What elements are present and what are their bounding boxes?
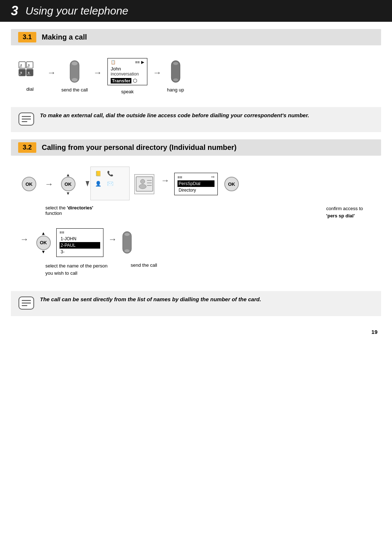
page-header: 3 Using your telephone: [0, 0, 392, 22]
handset-hangup-icon: [170, 60, 181, 83]
svg-text:jkl: jkl: [19, 73, 21, 75]
ok-btn-1[interactable]: OK: [18, 173, 40, 195]
person-list-display: ≡≡ 1-JOHN 2-PAUL 3-: [56, 228, 103, 257]
dir-icon-blank2: [117, 179, 127, 188]
confirm-access-label: confirm access to 'pers sp dial': [102, 205, 374, 219]
svg-text:def: def: [27, 66, 30, 68]
svg-point-24: [140, 179, 145, 184]
ok-btn-2[interactable]: ▲ OK ▼: [58, 172, 78, 196]
dir-display-icon: ≡≡: [177, 175, 182, 179]
ok4-down-arrow: ▼: [41, 249, 46, 254]
chapter-number: 3: [11, 3, 18, 19]
svg-point-25: [139, 184, 146, 189]
step-hang-up: hang up: [167, 60, 184, 93]
dir-icons-grid: 📒 📞 👤 ✉️: [90, 167, 130, 200]
section-31-number: 3.1: [18, 32, 36, 42]
step-send-call-32: [122, 231, 132, 254]
john-row: 1-JOHN: [60, 236, 100, 242]
dir-icon-envelope: ✉️: [105, 179, 115, 188]
select-person-label2: you wish to call: [45, 270, 77, 276]
ok-down-arrow: ▼: [66, 191, 70, 196]
svg-marker-22: [86, 181, 89, 187]
keypad-icon: 2 abc 3 def 5 jkl 6 mno: [18, 61, 42, 83]
step-dial: 2 abc 3 def 5 jkl 6 mno dial: [18, 61, 42, 92]
note-31: To make an external call, dial the outsi…: [11, 107, 381, 132]
pers-sp-dial-display: ≡≡ ⇨ PersSpDial Directory: [174, 173, 218, 195]
dir-icon-person: 👤: [93, 179, 103, 188]
arrow-r2-2: →: [108, 234, 117, 252]
three-row: 3-: [60, 249, 100, 255]
ok-btn-3[interactable]: OK: [221, 173, 242, 195]
section-32-title: Calling from your personal directory (In…: [42, 143, 237, 152]
confirm-line2: 'pers sp dial': [326, 212, 355, 220]
svg-point-17: [173, 78, 178, 81]
svg-point-16: [173, 62, 178, 65]
chapter-title: Using your telephone: [25, 5, 128, 17]
pers-sp-dial-row: PersSpDial: [177, 180, 215, 187]
section-31-header: 3.1 Making a call: [11, 29, 381, 45]
select-person-label1: select the name of the person: [45, 263, 107, 269]
section-31-title: Making a call: [42, 33, 87, 41]
section-32-number: 3.2: [18, 142, 36, 153]
note-icon-32: [18, 296, 34, 312]
svg-rect-23: [136, 177, 153, 191]
send-call-32-label: send the call: [123, 262, 374, 277]
send-call-32-text: send the call: [131, 262, 157, 268]
arrow-1: →: [47, 68, 56, 85]
arrow-r1-2: →: [161, 175, 170, 193]
svg-point-13: [72, 62, 78, 65]
list-icon: ≡≡: [60, 230, 64, 234]
ok-button-3[interactable]: OK: [224, 177, 239, 191]
display-small-icon: 📋: [111, 60, 116, 65]
svg-point-31: [124, 249, 130, 252]
note-31-text: To make an external call, dial the outsi…: [40, 111, 309, 120]
dropdown-indicator: [86, 177, 89, 188]
display-action: Transfer: [111, 78, 131, 83]
arrow-2: →: [93, 68, 102, 85]
directory-row: Directory: [177, 187, 215, 193]
page-number: 19: [0, 322, 392, 342]
dial-label: dial: [26, 86, 33, 92]
dir-icon-phone: 📞: [105, 169, 115, 178]
handset-send-32-icon: [122, 231, 132, 254]
dir-icon-book: 📒: [93, 169, 103, 178]
speak-label: speak: [121, 89, 134, 94]
step-speak: 📋 ≡≡ ▶ John inconversation Transfer ⬡ sp…: [107, 58, 147, 94]
select-directories-label: select the 'directories' function: [18, 205, 98, 219]
handset-send-icon: [68, 60, 81, 83]
section-32-row2: → ▲ OK ▼ ≡≡ 1-JOHN 2-PAUL 3- →: [11, 225, 381, 261]
note-icon-31: [18, 112, 34, 128]
section-32-row1: OK → ▲ OK ▼ 📒 📞 👤 ✉️: [11, 163, 381, 205]
send-call-label: send the call: [61, 87, 88, 93]
paul-row: 2-PAUL: [60, 242, 100, 249]
dir-display-arrow: ⇨: [211, 175, 215, 179]
ok-button-2[interactable]: OK: [61, 177, 75, 191]
arrow-3: →: [153, 68, 162, 85]
contact-card-icon: [134, 174, 154, 194]
note-32-text: The call can be sent directly from the l…: [40, 295, 261, 304]
dir-icon-blank: [117, 169, 127, 178]
display-name: John: [111, 66, 144, 71]
svg-point-14: [72, 78, 78, 82]
arrow-r2-1: →: [20, 234, 29, 252]
making-a-call-flow: 2 abc 3 def 5 jkl 6 mno dial →: [11, 53, 381, 100]
section-32-header: 3.2 Calling from your personal directory…: [11, 139, 381, 156]
ok-button-4[interactable]: OK: [36, 236, 51, 250]
step-send-call: send the call: [61, 60, 88, 93]
svg-text:abc: abc: [19, 66, 23, 68]
select-person-label: select the name of the person you wish t…: [18, 262, 120, 277]
section-32-row2-labels: select the name of the person you wish t…: [11, 261, 381, 278]
section-32-row1-labels: select the 'directories' function confir…: [11, 205, 381, 219]
ok-button-1[interactable]: OK: [22, 177, 36, 191]
note-32: The call can be sent directly from the l…: [11, 291, 381, 316]
section-31-content: 2 abc 3 def 5 jkl 6 mno dial →: [11, 49, 381, 103]
arrow-r1-1: →: [45, 179, 53, 189]
confirm-line1: confirm access to: [326, 205, 363, 212]
display-status: inconversation: [111, 71, 144, 77]
svg-text:mno: mno: [27, 73, 30, 75]
ok-btn-4[interactable]: ▲ OK ▼: [33, 231, 53, 254]
svg-point-30: [124, 233, 130, 236]
speak-display: 📋 ≡≡ ▶ John inconversation Transfer ⬡: [107, 58, 147, 85]
hang-up-label: hang up: [167, 87, 184, 93]
section-32-content: OK → ▲ OK ▼ 📒 📞 👤 ✉️: [11, 159, 381, 287]
